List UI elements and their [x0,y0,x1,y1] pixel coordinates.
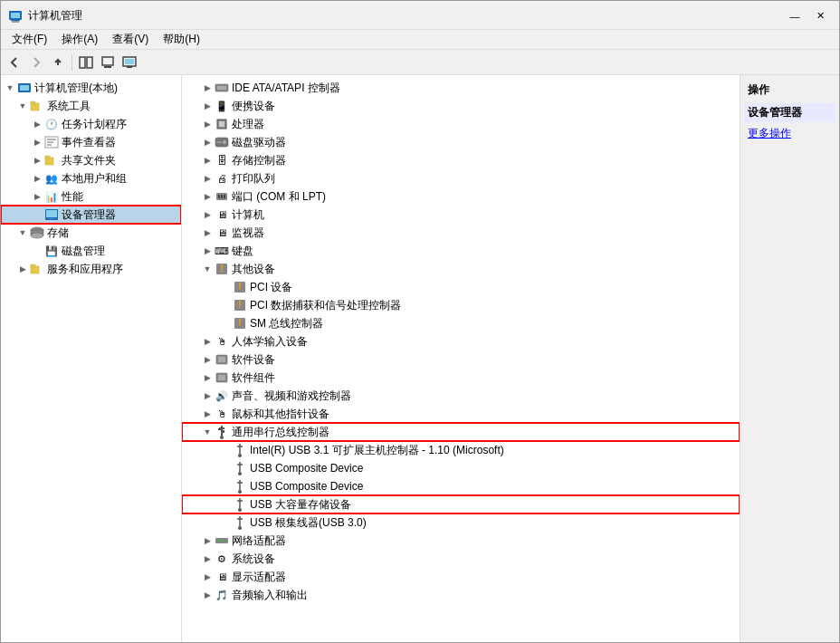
expand-monitors[interactable]: ▶ [200,226,215,240]
expand-storage-ctrl[interactable]: ▶ [200,153,215,168]
tree-center-hid[interactable]: ▶ 🖱 人体学输入设备 [182,332,740,350]
tree-center-display[interactable]: ▶ 🖥 显示适配器 [182,568,740,586]
label-other-dev: 其他设备 [232,263,275,275]
right-panel-selected-label[interactable]: 设备管理器 [744,103,835,122]
expand-ide[interactable]: ▶ [200,81,215,95]
expand-hid[interactable]: ▶ [200,334,215,349]
tree-center-sys-dev[interactable]: ▶ ⚙ 系统设备 [182,550,740,568]
expand-display[interactable]: ▶ [200,570,215,584]
tree-center-storage-ctrl[interactable]: ▶ 🗄 存储控制器 [182,151,740,169]
expand-root[interactable]: ▼ [3,81,17,95]
tree-center-sw-comp[interactable]: ▶ 软件组件 [182,369,740,387]
tree-center-mouse[interactable]: ▶ 🖱 鼠标和其他指针设备 [182,405,740,423]
tree-item-task[interactable]: ▶ 🕐 任务计划程序 [1,115,181,133]
tree-center-audio[interactable]: ▶ 🎵 音频输入和输出 [182,586,740,604]
tree-center-computer[interactable]: ▶ 🖥 计算机 [182,206,740,224]
expand-sys-dev[interactable]: ▶ [200,552,215,566]
toolbar-up[interactable] [48,53,68,72]
tree-center-hdd[interactable]: ▶ 磁盘驱动器 [182,133,740,151]
expand-computer[interactable]: ▶ [200,207,215,222]
tree-center-sound[interactable]: ▶ 🔊 声音、视频和游戏控制器 [182,387,740,405]
tree-item-services[interactable]: ▶ 服务和应用程序 [1,260,181,278]
expand-services[interactable]: ▶ [15,262,30,276]
expand-hdd[interactable]: ▶ [200,135,215,149]
tree-center-processor[interactable]: ▶ 处理器 [182,115,740,133]
expand-share[interactable]: ▶ [30,153,44,168]
expand-task[interactable]: ▶ [30,117,44,131]
tree-center-sm-bus[interactable]: ! SM 总线控制器 [182,314,740,332]
menu-help[interactable]: 帮助(H) [156,30,207,49]
expand-network[interactable]: ▶ [200,533,215,548]
toolbar-properties[interactable] [98,53,118,72]
tree-item-perf[interactable]: ▶ 📊 性能 [1,187,181,206]
toolbar-monitor[interactable] [119,53,139,72]
label-pci-data: PCI 数据捕获和信号处理控制器 [250,299,401,312]
label-sys-dev: 系统设备 [232,552,275,565]
tree-item-root[interactable]: ▼ 计算机管理(本地) [1,79,181,97]
tree-item-device-mgr[interactable]: ▶ 设备管理器 [1,206,181,224]
tree-center-print[interactable]: ▶ 🖨 打印队列 [182,169,740,187]
tree-center-pci-dev[interactable]: ! PCI 设备 [182,278,740,296]
expand-event[interactable]: ▶ [30,135,44,149]
tree-item-share[interactable]: ▶ 共享文件夹 [1,151,181,169]
tree-center-usb-mass[interactable]: USB 大容量存储设备 [182,495,740,513]
toolbar-back[interactable] [5,53,24,72]
toolbar [1,50,839,75]
close-button[interactable]: ✕ [808,7,832,25]
tree-item-storage[interactable]: ▼ 存储 [1,224,181,242]
tree-center-com-lpt[interactable]: ▶ 端口 (COM 和 LPT) [182,187,740,206]
tree-center-pci-data[interactable]: ! PCI 数据捕获和信号处理控制器 [182,296,740,314]
expand-portable[interactable]: ▶ [200,99,215,113]
toolbar-show-hide[interactable] [76,53,96,72]
expand-disk[interactable]: ▶ [30,244,44,258]
icon-usb-mass [233,497,247,512]
svg-rect-1 [11,13,20,18]
expand-sw-comp[interactable]: ▶ [200,370,215,385]
tree-item-system-tools[interactable]: ▼ 系统工具 [1,97,181,115]
expand-users[interactable]: ▶ [30,171,44,186]
expand-hw-dev[interactable]: ▶ [200,352,215,367]
tree-center-keyboard[interactable]: ▶ ⌨ 键盘 [182,242,740,260]
expand-system-tools[interactable]: ▼ [15,99,30,113]
svg-rect-62 [221,540,223,542]
icon-other-dev: ! [215,262,229,276]
tree-center-portable[interactable]: ▶ 📱 便携设备 [182,97,740,115]
tree-center-ide[interactable]: ▶ IDE ATA/ATAPI 控制器 [182,79,740,97]
tree-center-usb-intel[interactable]: Intel(R) USB 3.1 可扩展主机控制器 - 1.10 (Micros… [182,441,740,459]
tree-center-hw-dev[interactable]: ▶ 软件设备 [182,350,740,369]
icon-monitors: 🖥 [215,226,229,240]
expand-processor[interactable]: ▶ [200,117,215,131]
tree-center-usb-comp2[interactable]: USB Composite Device [182,477,740,495]
expand-storage[interactable]: ▼ [15,226,30,240]
tree-center-usb-comp1[interactable]: USB Composite Device [182,459,740,477]
tree-item-users[interactable]: ▶ 👥 本地用户和组 [1,169,181,187]
expand-perf[interactable]: ▶ [30,189,44,204]
svg-text:!: ! [220,264,223,274]
expand-com-lpt[interactable]: ▶ [200,189,215,204]
menu-file[interactable]: 文件(F) [5,30,54,49]
expand-other-dev[interactable]: ▼ [200,262,215,276]
tree-center-usb-ctrl[interactable]: ▼ 通用串行总线控制器 [182,423,740,441]
toolbar-forward[interactable] [26,53,46,72]
tree-item-disk[interactable]: ▶ 💾 磁盘管理 [1,242,181,260]
menu-view[interactable]: 查看(V) [105,30,156,49]
svg-point-56 [238,472,242,475]
tree-center-usb-hub[interactable]: USB 根集线器(USB 3.0) [182,513,740,532]
title-bar-left: 计算机管理 [8,8,82,24]
tree-item-event[interactable]: ▶ 事件查看器 [1,133,181,151]
expand-usb-ctrl[interactable]: ▼ [200,425,215,439]
icon-root [17,81,32,95]
label-usb-mass: USB 大容量存储设备 [250,498,351,511]
expand-audio[interactable]: ▶ [200,588,215,602]
tree-center-monitors[interactable]: ▶ 🖥 监视器 [182,224,740,242]
expand-device-mgr[interactable]: ▶ [30,207,44,222]
minimize-button[interactable]: — [783,7,807,25]
tree-center-other-dev[interactable]: ▼ ! 其他设备 [182,260,740,278]
expand-mouse[interactable]: ▶ [200,407,215,421]
expand-sound[interactable]: ▶ [200,389,215,403]
expand-print[interactable]: ▶ [200,171,215,186]
expand-keyboard[interactable]: ▶ [200,244,215,258]
menu-action[interactable]: 操作(A) [54,30,105,49]
right-panel-more-actions[interactable]: 更多操作 [740,124,839,143]
tree-center-network[interactable]: ▶ 网络适配器 [182,532,740,550]
